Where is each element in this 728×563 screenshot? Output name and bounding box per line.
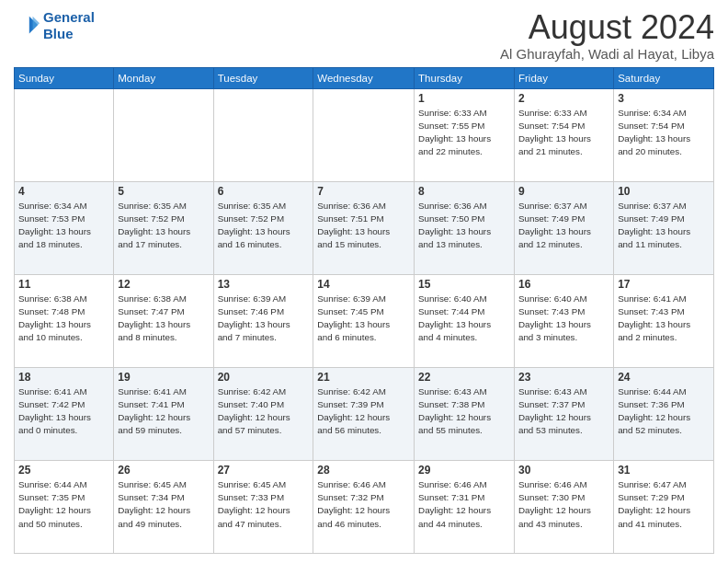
table-row: 19Sunrise: 6:41 AM Sunset: 7:41 PM Dayli… [114,367,213,460]
table-row: 9Sunrise: 6:37 AM Sunset: 7:49 PM Daylig… [514,181,613,274]
table-row: 24Sunrise: 6:44 AM Sunset: 7:36 PM Dayli… [614,367,714,460]
day-number: 30 [518,464,609,477]
table-row [15,88,114,181]
day-number: 27 [218,464,310,477]
calendar-week-row: 11Sunrise: 6:38 AM Sunset: 7:48 PM Dayli… [15,274,714,367]
day-number: 19 [118,371,209,384]
table-row: 3Sunrise: 6:34 AM Sunset: 7:54 PM Daylig… [614,88,714,181]
day-info: Sunrise: 6:42 AM Sunset: 7:40 PM Dayligh… [218,385,310,438]
day-number: 6 [218,185,310,198]
day-info: Sunrise: 6:40 AM Sunset: 7:43 PM Dayligh… [518,293,609,345]
table-row: 2Sunrise: 6:33 AM Sunset: 7:54 PM Daylig… [514,88,613,181]
day-number: 26 [118,464,209,477]
day-number: 2 [518,92,609,105]
day-number: 13 [218,278,310,291]
table-row: 10Sunrise: 6:37 AM Sunset: 7:49 PM Dayli… [614,181,714,274]
table-row: 29Sunrise: 6:46 AM Sunset: 7:31 PM Dayli… [415,460,515,553]
table-row: 31Sunrise: 6:47 AM Sunset: 7:29 PM Dayli… [614,460,714,553]
title-section: August 2024 Al Ghurayfah, Wadi al Hayat,… [500,9,714,62]
day-info: Sunrise: 6:41 AM Sunset: 7:42 PM Dayligh… [18,385,109,438]
day-number: 15 [418,278,510,291]
logo-blue: Blue [43,26,74,41]
day-number: 14 [317,278,410,291]
day-info: Sunrise: 6:45 AM Sunset: 7:33 PM Dayligh… [218,478,310,531]
table-row: 13Sunrise: 6:39 AM Sunset: 7:46 PM Dayli… [213,274,313,367]
day-info: Sunrise: 6:42 AM Sunset: 7:39 PM Dayligh… [317,385,410,438]
day-info: Sunrise: 6:43 AM Sunset: 7:38 PM Dayligh… [418,385,510,438]
table-row: 22Sunrise: 6:43 AM Sunset: 7:38 PM Dayli… [415,367,515,460]
day-number: 9 [518,185,609,198]
day-number: 31 [618,464,710,477]
table-row: 16Sunrise: 6:40 AM Sunset: 7:43 PM Dayli… [514,274,613,367]
calendar-header-row: Sunday Monday Tuesday Wednesday Thursday… [15,67,714,88]
calendar-week-row: 25Sunrise: 6:44 AM Sunset: 7:35 PM Dayli… [15,460,714,553]
table-row: 27Sunrise: 6:45 AM Sunset: 7:33 PM Dayli… [213,460,313,553]
day-number: 24 [618,371,710,384]
table-row: 23Sunrise: 6:43 AM Sunset: 7:37 PM Dayli… [514,367,613,460]
table-row: 7Sunrise: 6:36 AM Sunset: 7:51 PM Daylig… [313,181,415,274]
day-info: Sunrise: 6:45 AM Sunset: 7:34 PM Dayligh… [118,478,209,531]
day-info: Sunrise: 6:33 AM Sunset: 7:55 PM Dayligh… [418,107,510,159]
day-number: 17 [618,278,710,291]
col-monday: Monday [114,67,213,88]
day-number: 23 [518,371,609,384]
day-info: Sunrise: 6:34 AM Sunset: 7:54 PM Dayligh… [618,107,710,159]
day-number: 12 [118,278,209,291]
table-row: 15Sunrise: 6:40 AM Sunset: 7:44 PM Dayli… [415,274,515,367]
day-info: Sunrise: 6:39 AM Sunset: 7:46 PM Dayligh… [218,293,310,345]
table-row: 11Sunrise: 6:38 AM Sunset: 7:48 PM Dayli… [15,274,114,367]
table-row: 26Sunrise: 6:45 AM Sunset: 7:34 PM Dayli… [114,460,213,553]
table-row: 6Sunrise: 6:35 AM Sunset: 7:52 PM Daylig… [213,181,313,274]
day-info: Sunrise: 6:38 AM Sunset: 7:47 PM Dayligh… [118,293,209,345]
calendar-week-row: 1Sunrise: 6:33 AM Sunset: 7:55 PM Daylig… [15,88,714,181]
table-row [313,88,415,181]
day-number: 3 [618,92,710,105]
day-info: Sunrise: 6:40 AM Sunset: 7:44 PM Dayligh… [418,293,510,345]
day-info: Sunrise: 6:44 AM Sunset: 7:36 PM Dayligh… [618,385,710,438]
day-info: Sunrise: 6:35 AM Sunset: 7:52 PM Dayligh… [118,200,209,252]
day-info: Sunrise: 6:38 AM Sunset: 7:48 PM Dayligh… [18,293,109,345]
day-number: 8 [418,185,510,198]
day-info: Sunrise: 6:36 AM Sunset: 7:51 PM Dayligh… [317,200,410,252]
header: General Blue August 2024 Al Ghurayfah, W… [14,9,714,62]
day-number: 25 [18,464,109,477]
day-number: 11 [18,278,109,291]
day-number: 4 [18,185,109,198]
table-row: 4Sunrise: 6:34 AM Sunset: 7:53 PM Daylig… [15,181,114,274]
table-row: 25Sunrise: 6:44 AM Sunset: 7:35 PM Dayli… [15,460,114,553]
page: General Blue August 2024 Al Ghurayfah, W… [0,0,728,563]
day-info: Sunrise: 6:43 AM Sunset: 7:37 PM Dayligh… [518,385,609,438]
day-info: Sunrise: 6:44 AM Sunset: 7:35 PM Dayligh… [18,478,109,531]
calendar-week-row: 18Sunrise: 6:41 AM Sunset: 7:42 PM Dayli… [15,367,714,460]
day-number: 22 [418,371,510,384]
table-row: 21Sunrise: 6:42 AM Sunset: 7:39 PM Dayli… [313,367,415,460]
table-row [213,88,313,181]
table-row [114,88,213,181]
logo-general: General [43,9,95,25]
day-number: 20 [218,371,310,384]
day-info: Sunrise: 6:36 AM Sunset: 7:50 PM Dayligh… [418,200,510,252]
col-wednesday: Wednesday [313,67,415,88]
day-info: Sunrise: 6:37 AM Sunset: 7:49 PM Dayligh… [518,200,609,252]
table-row: 20Sunrise: 6:42 AM Sunset: 7:40 PM Dayli… [213,367,313,460]
logo-icon [14,13,40,39]
table-row: 1Sunrise: 6:33 AM Sunset: 7:55 PM Daylig… [415,88,515,181]
day-number: 16 [518,278,609,291]
day-info: Sunrise: 6:39 AM Sunset: 7:45 PM Dayligh… [317,293,410,345]
table-row: 18Sunrise: 6:41 AM Sunset: 7:42 PM Dayli… [15,367,114,460]
table-row: 17Sunrise: 6:41 AM Sunset: 7:43 PM Dayli… [614,274,714,367]
svg-marker-1 [33,17,40,30]
table-row: 5Sunrise: 6:35 AM Sunset: 7:52 PM Daylig… [114,181,213,274]
day-info: Sunrise: 6:47 AM Sunset: 7:29 PM Dayligh… [618,478,710,531]
table-row: 30Sunrise: 6:46 AM Sunset: 7:30 PM Dayli… [514,460,613,553]
day-info: Sunrise: 6:46 AM Sunset: 7:30 PM Dayligh… [518,478,609,531]
day-number: 29 [418,464,510,477]
col-tuesday: Tuesday [213,67,313,88]
day-info: Sunrise: 6:37 AM Sunset: 7:49 PM Dayligh… [618,200,710,252]
col-thursday: Thursday [415,67,515,88]
day-number: 5 [118,185,209,198]
col-saturday: Saturday [614,67,714,88]
day-number: 7 [317,185,410,198]
month-title: August 2024 [500,9,714,46]
day-number: 18 [18,371,109,384]
